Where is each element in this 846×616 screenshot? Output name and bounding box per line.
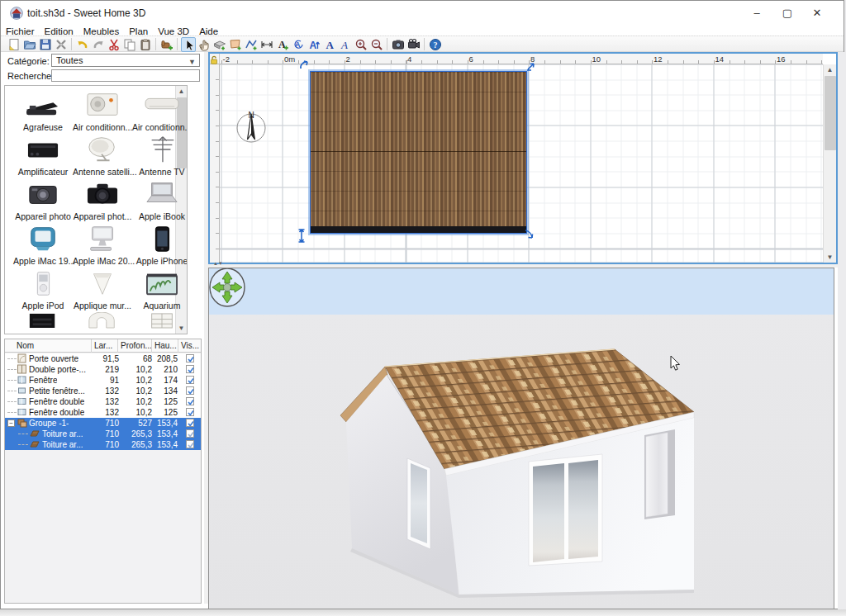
undo-icon[interactable] [75,37,90,52]
copy-icon[interactable] [122,37,137,52]
plan-canvas[interactable]: N [220,64,823,263]
view-3d[interactable] [208,268,834,609]
catalog-item[interactable]: Agrafeuse [13,89,73,132]
catalog-item[interactable]: Aquarium [132,268,188,310]
video-icon[interactable] [406,37,421,52]
rotation-indicator-icon[interactable] [297,59,311,73]
category-combobox[interactable]: Toutes ▼ [51,54,200,67]
furniture-row[interactable]: Fenêtre double13210,2125 [5,396,201,407]
photo-icon[interactable] [391,37,406,52]
plan-roof-ridge-line [311,151,526,152]
create-dimensions-icon[interactable] [259,37,274,52]
furniture-row[interactable]: Fenêtre double13210,2125 [5,407,201,418]
paste-icon[interactable] [138,37,153,52]
save-file-icon[interactable] [38,37,53,52]
column-header[interactable]: Vis... [181,341,199,350]
furniture-row[interactable]: Petite fenêtre...13210,2134 [5,386,201,396]
visibility-checkbox[interactable] [186,376,194,384]
column-header[interactable]: Nom [17,341,34,350]
roof-icon [30,439,40,451]
italic-icon[interactable]: A [338,37,353,52]
plan-scroll-up-arrow[interactable]: ▲ [824,64,836,75]
visibility-checkbox[interactable] [186,397,194,405]
catalog-item[interactable]: Air conditionn... [132,89,188,132]
preferences-icon[interactable] [54,37,69,52]
column-header[interactable]: Profon... [121,341,152,350]
catalog-item[interactable]: Amplificateur [13,134,73,177]
zoom-in-icon[interactable] [354,37,368,52]
toolbar-separator [71,38,72,50]
collapse-toggle[interactable]: − [7,419,15,427]
furniture-row[interactable]: −Groupe -1-710527153,4 [5,418,201,429]
open-file-icon[interactable] [22,37,37,52]
catalog-item[interactable]: Air conditionn... [73,89,132,132]
furniture-row[interactable]: Toiture ar...710265,3153,4 [5,429,201,439]
satellite-dish-icon [78,134,126,165]
camera-reflex-icon [78,178,126,210]
height-indicator-icon[interactable] [296,228,307,244]
catalog-item[interactable]: Appareil phot... [73,178,132,221]
add-furniture-icon[interactable] [159,37,174,52]
furniture-height: 153,4 [147,419,178,428]
new-file-icon[interactable] [7,37,21,52]
close-button[interactable]: ✕ [801,1,833,26]
select-icon[interactable] [181,37,196,52]
visibility-checkbox[interactable] [186,429,194,438]
visibility-checkbox[interactable] [186,419,194,427]
catalog-item[interactable]: Antenne satelli... [73,134,132,177]
catalog-item[interactable]: Apple iMac 19... [13,223,73,266]
splitter-collapse-icon[interactable]: ▲▼ [213,261,223,266]
column-header[interactable]: Lar... [94,341,112,350]
window-double-icon [17,396,27,408]
increase-text-size-icon[interactable]: A [307,37,321,52]
ruler-label: -2 [223,54,230,64]
catalog-item[interactable]: Applique mur... [73,268,132,310]
maximize-button[interactable]: ▢ [772,1,803,26]
catalog-item[interactable] [132,312,188,334]
decrease-text-size-icon[interactable]: A [291,37,306,52]
add-text-icon[interactable]: A [275,37,290,52]
search-input[interactable] [51,69,200,82]
catalog-item[interactable]: Apple iPod [13,268,73,310]
visibility-checkbox[interactable] [186,408,194,416]
plan-scroll-down-arrow[interactable]: ▼ [824,252,836,263]
create-polylines-icon[interactable] [244,37,259,52]
plan-scrollbar[interactable]: ▲ ▼ [823,54,836,263]
catalog-item[interactable]: Apple iBook [132,178,188,221]
pan-icon[interactable] [197,37,212,52]
catalog-item[interactable]: Antenne TV [132,134,188,177]
catalog-item[interactable]: Apple iMac 20... [73,223,132,266]
catalog-item[interactable] [13,312,73,334]
visibility-checkbox[interactable] [186,440,194,448]
toolbar-separator [155,38,156,50]
create-rooms-icon[interactable] [228,37,243,52]
plan-view[interactable]: -20m246810121416 0m24 N [208,52,838,264]
visibility-checkbox[interactable] [186,386,194,395]
furniture-row[interactable]: Porte ouverte91,568208,5 [5,353,201,364]
catalog-item[interactable]: Apple iPhone [132,223,188,266]
create-walls-icon[interactable] [212,37,227,52]
svg-text:A: A [310,40,317,51]
3d-navigation-control[interactable] [210,268,245,306]
visibility-checkbox[interactable] [186,354,194,362]
furniture-row[interactable]: Toiture ar...710265,3153,4 [5,439,201,450]
redo-icon[interactable] [91,37,106,52]
furniture-height: 153,4 [147,440,178,449]
catalog-item[interactable] [73,312,132,334]
cut-icon[interactable] [107,37,121,52]
minimize-button[interactable]: – [741,1,772,26]
svg-text:A: A [278,39,286,50]
resize-indicator-icon[interactable] [522,227,537,242]
visibility-checkbox[interactable] [186,365,194,373]
furniture-row[interactable]: Double porte-...21910,2210 [5,364,201,375]
zoom-out-icon[interactable] [369,37,384,52]
plan-roof-selection[interactable] [310,71,527,234]
furniture-row[interactable]: Fenêtre9110,2174 [5,375,201,386]
elevation-indicator-icon[interactable] [525,60,537,72]
column-header[interactable]: Hau... [154,341,177,350]
compass-icon[interactable]: N [233,108,269,145]
catalog-item[interactable]: Appareil photo [13,178,73,221]
help-icon[interactable]: ? [428,37,443,52]
plan-scroll-thumb[interactable] [825,76,836,150]
bold-icon[interactable]: A [322,37,337,52]
